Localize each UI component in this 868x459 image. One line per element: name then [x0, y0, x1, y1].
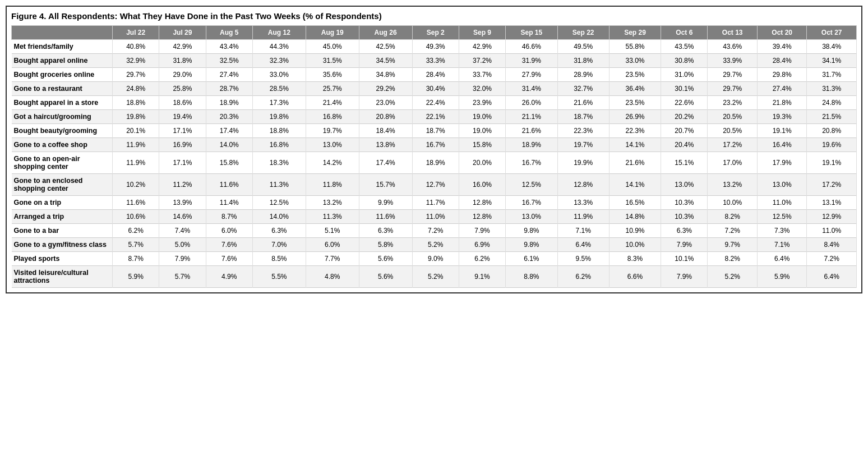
table-row: Bought beauty/grooming20.1%17.1%17.4%18.… — [12, 124, 857, 138]
cell-7-9: 19.7% — [557, 138, 609, 152]
cell-0-0: 40.8% — [113, 40, 159, 54]
cell-8-4: 14.2% — [306, 152, 359, 174]
cell-15-14: 6.4% — [807, 266, 857, 288]
cell-7-10: 14.1% — [609, 138, 661, 152]
cell-10-7: 12.8% — [459, 196, 505, 210]
cell-0-14: 38.4% — [807, 40, 857, 54]
cell-1-0: 32.9% — [113, 54, 159, 68]
cell-14-13: 6.4% — [757, 252, 806, 266]
cell-0-6: 49.3% — [412, 40, 459, 54]
cell-2-8: 27.9% — [506, 68, 557, 82]
cell-5-9: 18.7% — [557, 110, 609, 124]
cell-14-5: 5.6% — [359, 252, 412, 266]
cell-1-7: 37.2% — [459, 54, 505, 68]
cell-10-2: 11.4% — [206, 196, 252, 210]
cell-7-12: 17.2% — [708, 138, 757, 152]
cell-9-5: 15.7% — [359, 174, 412, 196]
cell-3-12: 29.7% — [708, 82, 757, 96]
cell-2-9: 28.9% — [557, 68, 609, 82]
cell-6-0: 20.1% — [113, 124, 159, 138]
cell-12-8: 9.8% — [506, 224, 557, 238]
cell-7-6: 16.7% — [412, 138, 459, 152]
cell-12-12: 7.2% — [708, 224, 757, 238]
header-col-Aug-5: Aug 5 — [206, 26, 252, 40]
cell-5-8: 21.1% — [506, 110, 557, 124]
cell-0-3: 44.3% — [252, 40, 306, 54]
cell-1-2: 32.5% — [206, 54, 252, 68]
table-body: Met friends/family40.8%42.9%43.4%44.3%45… — [12, 40, 857, 288]
table-row: Gone on a trip11.6%13.9%11.4%12.5%13.2%9… — [12, 196, 857, 210]
cell-8-9: 19.9% — [557, 152, 609, 174]
cell-11-1: 14.6% — [159, 210, 206, 224]
cell-13-10: 10.0% — [609, 238, 661, 252]
cell-9-1: 11.2% — [159, 174, 206, 196]
cell-1-9: 31.8% — [557, 54, 609, 68]
cell-5-10: 26.9% — [609, 110, 661, 124]
cell-4-1: 18.6% — [159, 96, 206, 110]
cell-9-8: 12.5% — [506, 174, 557, 196]
cell-10-4: 13.2% — [306, 196, 359, 210]
cell-15-10: 6.6% — [609, 266, 661, 288]
cell-7-7: 15.8% — [459, 138, 505, 152]
cell-14-4: 7.7% — [306, 252, 359, 266]
cell-15-5: 5.6% — [359, 266, 412, 288]
cell-5-3: 19.8% — [252, 110, 306, 124]
cell-13-8: 9.8% — [506, 238, 557, 252]
cell-9-4: 11.8% — [306, 174, 359, 196]
cell-0-1: 42.9% — [159, 40, 206, 54]
cell-9-13: 13.0% — [757, 174, 806, 196]
table-row: Gone to a coffee shop11.9%16.9%14.0%16.8… — [12, 138, 857, 152]
header-col-Oct-6: Oct 6 — [661, 26, 708, 40]
data-table: Jul 22Jul 29Aug 5Aug 12Aug 19Aug 26Sep 2… — [11, 25, 857, 288]
cell-3-9: 32.7% — [557, 82, 609, 96]
cell-9-3: 11.3% — [252, 174, 306, 196]
row-label-13: Gone to a gym/fitness class — [12, 238, 113, 252]
cell-3-11: 30.1% — [661, 82, 708, 96]
cell-6-10: 22.3% — [609, 124, 661, 138]
cell-5-11: 20.2% — [661, 110, 708, 124]
cell-2-0: 29.7% — [113, 68, 159, 82]
cell-0-2: 43.4% — [206, 40, 252, 54]
cell-14-3: 8.5% — [252, 252, 306, 266]
cell-3-2: 28.7% — [206, 82, 252, 96]
cell-0-13: 39.4% — [757, 40, 806, 54]
cell-13-6: 5.2% — [412, 238, 459, 252]
cell-4-13: 21.8% — [757, 96, 806, 110]
cell-15-8: 8.8% — [506, 266, 557, 288]
header-col-Jul-22: Jul 22 — [113, 26, 159, 40]
cell-3-10: 36.4% — [609, 82, 661, 96]
cell-5-6: 22.1% — [412, 110, 459, 124]
row-label-8: Gone to an open-air shopping center — [12, 152, 113, 174]
header-col-Oct-27: Oct 27 — [807, 26, 857, 40]
cell-11-0: 10.6% — [113, 210, 159, 224]
cell-13-12: 9.7% — [708, 238, 757, 252]
cell-4-5: 23.0% — [359, 96, 412, 110]
cell-9-0: 10.2% — [113, 174, 159, 196]
cell-5-7: 19.0% — [459, 110, 505, 124]
cell-2-3: 33.0% — [252, 68, 306, 82]
cell-12-5: 6.3% — [359, 224, 412, 238]
row-label-3: Gone to a restaurant — [12, 82, 113, 96]
cell-8-13: 17.9% — [757, 152, 806, 174]
row-label-15: Visited leisure/cultural attractions — [12, 266, 113, 288]
cell-10-5: 9.9% — [359, 196, 412, 210]
cell-5-5: 20.8% — [359, 110, 412, 124]
cell-12-13: 7.3% — [757, 224, 806, 238]
cell-0-12: 43.6% — [708, 40, 757, 54]
cell-13-5: 5.8% — [359, 238, 412, 252]
cell-8-8: 16.7% — [506, 152, 557, 174]
cell-10-3: 12.5% — [252, 196, 306, 210]
cell-2-10: 23.5% — [609, 68, 661, 82]
cell-9-9: 12.8% — [557, 174, 609, 196]
cell-10-10: 16.5% — [609, 196, 661, 210]
cell-3-1: 25.8% — [159, 82, 206, 96]
cell-11-4: 11.3% — [306, 210, 359, 224]
cell-9-10: 14.1% — [609, 174, 661, 196]
table-row: Bought apparel in a store18.8%18.6%18.9%… — [12, 96, 857, 110]
cell-0-10: 55.8% — [609, 40, 661, 54]
row-label-4: Bought apparel in a store — [12, 96, 113, 110]
cell-8-12: 17.0% — [708, 152, 757, 174]
cell-4-9: 21.6% — [557, 96, 609, 110]
cell-7-8: 18.9% — [506, 138, 557, 152]
cell-11-14: 12.9% — [807, 210, 857, 224]
